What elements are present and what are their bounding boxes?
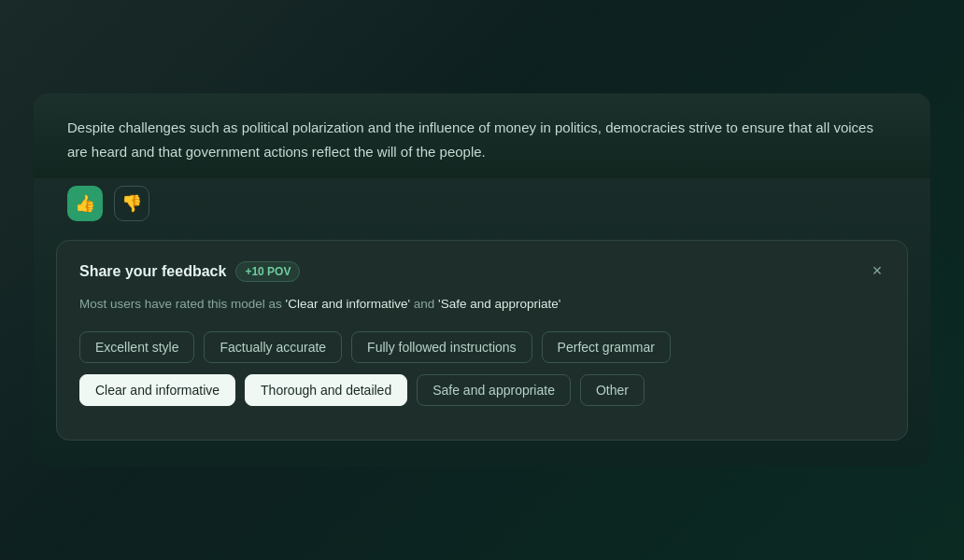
tags-row-2: Clear and informativeThorough and detail… [79, 374, 885, 406]
feedback-header: Share your feedback +10 POV [79, 261, 885, 282]
tag-other[interactable]: Other [580, 374, 645, 406]
tag-clear-and-informative[interactable]: Clear and informative [79, 374, 235, 406]
feedback-card: Share your feedback +10 POV × Most users… [56, 240, 908, 440]
tag-perfect-grammar[interactable]: Perfect grammar [542, 331, 671, 363]
tag-fully-followed-instructions[interactable]: Fully followed instructions [351, 331, 532, 363]
response-text-area: Despite challenges such as political pol… [34, 93, 930, 178]
highlight-1: 'Clear and informative' [286, 297, 410, 311]
thumbs-area: 👍 👎 [34, 178, 930, 240]
tags-row-1: Excellent styleFactually accurateFully f… [79, 331, 885, 363]
tag-factually-accurate[interactable]: Factually accurate [204, 331, 342, 363]
pov-badge: +10 POV [235, 261, 300, 282]
thumbs-up-button[interactable]: 👍 [67, 186, 103, 221]
highlight-2: 'Safe and appropriate' [438, 297, 560, 311]
feedback-description: Most users have rated this model as 'Cle… [79, 295, 885, 314]
description-prefix: Most users have rated this model as [79, 297, 286, 311]
response-text: Despite challenges such as political pol… [67, 116, 897, 163]
tag-thorough-and-detailed[interactable]: Thorough and detailed [245, 374, 407, 406]
tag-excellent-style[interactable]: Excellent style [79, 331, 194, 363]
tag-safe-and-appropriate[interactable]: Safe and appropriate [417, 374, 571, 406]
close-button[interactable]: × [864, 258, 890, 284]
chat-area: Despite challenges such as political pol… [34, 93, 930, 466]
main-container: Despite challenges such as political pol… [0, 0, 964, 560]
feedback-title: Share your feedback [79, 263, 226, 280]
thumbs-down-button[interactable]: 👎 [114, 186, 149, 221]
description-mid: and [410, 297, 438, 311]
